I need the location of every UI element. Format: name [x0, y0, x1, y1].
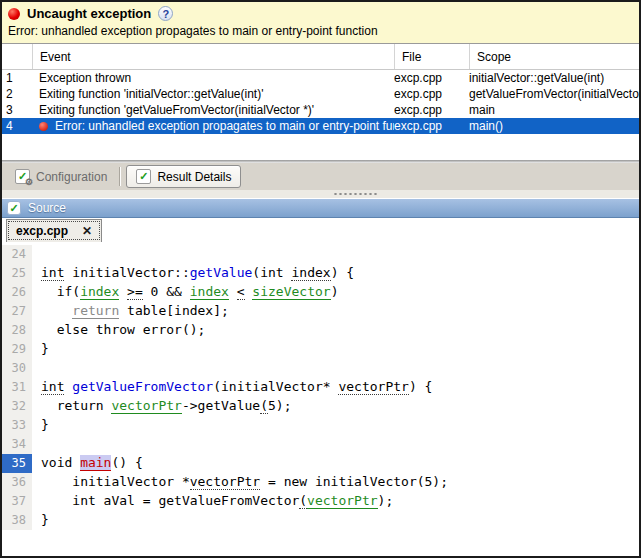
line-number[interactable]: 29 — [2, 340, 32, 359]
code-token: (int — [252, 265, 291, 280]
file-tab-excp-cpp[interactable]: excp.cpp ✕ — [6, 219, 102, 242]
line-number[interactable]: 31 — [2, 378, 32, 397]
code-link[interactable]: getValue — [190, 265, 253, 280]
code-token: vectorPtr — [338, 379, 408, 395]
source-panel-title: Source — [28, 201, 66, 215]
code-token: (initialVector* — [213, 379, 338, 394]
line-number[interactable]: 25 — [2, 264, 32, 283]
code-token: } — [41, 512, 49, 527]
code-text: return table[index]; — [32, 302, 229, 321]
code-token: return — [41, 398, 111, 413]
code-line: 29} — [2, 340, 639, 359]
code-text: initialVector *vectorPtr = new initialVe… — [32, 473, 448, 492]
row-number: 4 — [2, 119, 32, 133]
code-text: } — [32, 340, 49, 359]
row-file: excp.cpp — [394, 71, 469, 85]
code-token: table[index]; — [119, 303, 229, 318]
line-number[interactable]: 36 — [2, 473, 32, 492]
row-scope: main — [469, 103, 639, 117]
tab-separator — [119, 167, 120, 186]
header-event[interactable]: Event — [32, 44, 394, 69]
line-number[interactable]: 33 — [2, 416, 32, 435]
code-text: return vectorPtr->getValue(5); — [32, 397, 292, 416]
code-token: = new initialVector(5); — [260, 474, 448, 489]
code-line: 25int initialVector::getValue(int index)… — [2, 264, 639, 283]
line-number[interactable]: 27 — [2, 302, 32, 321]
row-number: 2 — [2, 87, 32, 101]
horizontal-splitter[interactable] — [2, 190, 639, 198]
header-file[interactable]: File — [394, 44, 469, 69]
code-link[interactable]: getValueFromVector — [72, 379, 213, 394]
line-number[interactable]: 37 — [2, 492, 32, 511]
result-subtitle: Error: unhandled exception propagates to… — [8, 24, 633, 38]
code-token: < — [237, 284, 245, 300]
tab-configuration-label: Configuration — [36, 170, 107, 184]
code-token: else throw error(); — [41, 322, 205, 337]
result-details-icon: ✓ — [136, 169, 151, 184]
code-line: 31int getValueFromVector(initialVector* … — [2, 378, 639, 397]
code-line: 33} — [2, 416, 639, 435]
line-number[interactable]: 35 — [2, 454, 32, 473]
file-tab-label: excp.cpp — [16, 224, 68, 238]
code-token: >= — [127, 284, 143, 300]
code-token: return — [72, 303, 119, 319]
tab-configuration[interactable]: ✓⚙ Configuration — [9, 166, 113, 187]
help-icon[interactable]: ? — [158, 6, 173, 21]
code-token: ) { — [409, 379, 432, 394]
code-text: else throw error(); — [32, 321, 205, 340]
line-number[interactable]: 30 — [2, 359, 32, 378]
code-token: void — [41, 455, 80, 470]
code-token: int — [41, 265, 64, 281]
code-token: ( — [299, 493, 307, 509]
code-text: } — [32, 511, 49, 530]
code-link[interactable]: vectorPtr — [111, 398, 181, 414]
code-token: int aVal = getValueFromVector — [41, 493, 299, 508]
configuration-icon: ✓⚙ — [15, 169, 30, 184]
code-token: ) { — [331, 265, 354, 280]
row-scope: initialVector::getValue(int) — [469, 71, 639, 85]
line-number[interactable]: 26 — [2, 283, 32, 302]
event-table-header: Event File Scope — [2, 44, 639, 70]
line-number[interactable]: 28 — [2, 321, 32, 340]
row-number: 1 — [2, 71, 32, 85]
tab-result-details[interactable]: ✓ Result Details — [126, 165, 241, 188]
code-link[interactable]: sizeVector — [252, 284, 330, 300]
row-file: excp.cpp — [394, 119, 469, 133]
code-token: initialVector * — [41, 474, 190, 489]
line-number[interactable]: 34 — [2, 435, 32, 454]
header-scope[interactable]: Scope — [469, 44, 639, 69]
row-scope: getValueFromVector(initialVector *) — [469, 87, 639, 101]
code-text — [32, 245, 41, 264]
error-dot-icon — [39, 122, 48, 131]
code-link[interactable]: index — [190, 284, 229, 300]
code-token: ); — [378, 493, 394, 508]
code-link[interactable]: vectorPtr — [307, 493, 377, 509]
code-line: 36 initialVector *vectorPtr = new initia… — [2, 473, 639, 492]
line-number[interactable]: 24 — [2, 245, 32, 264]
code-token: ) — [331, 284, 339, 299]
table-row[interactable]: 1Exception thrownexcp.cppinitialVector::… — [2, 70, 639, 86]
code-token: initialVector:: — [64, 265, 189, 280]
line-number[interactable]: 38 — [2, 511, 32, 530]
table-row[interactable]: 4Error: unhandled exception propagates t… — [2, 118, 639, 134]
code-line: 34 — [2, 435, 639, 454]
row-event: Error: unhandled exception propagates to… — [32, 119, 394, 133]
code-token — [229, 284, 237, 299]
code-line: 37 int aVal = getValueFromVector(vectorP… — [2, 492, 639, 511]
source-code-view[interactable]: 2425int initialVector::getValue(int inde… — [2, 242, 639, 556]
code-token: int — [41, 379, 64, 395]
code-text: int aVal = getValueFromVector(vectorPtr)… — [32, 492, 393, 511]
code-link[interactable]: main — [80, 455, 111, 471]
close-icon[interactable]: ✕ — [82, 224, 92, 238]
code-line: 28 else throw error(); — [2, 321, 639, 340]
result-title: Uncaught exception — [27, 6, 151, 21]
tab-result-details-label: Result Details — [157, 170, 231, 184]
table-row[interactable]: 3Exiting function 'getValueFromVector(in… — [2, 102, 639, 118]
line-number[interactable]: 32 — [2, 397, 32, 416]
table-row[interactable]: 2Exiting function 'initialVector::getVal… — [2, 86, 639, 102]
code-token: () { — [111, 455, 142, 470]
row-number: 3 — [2, 103, 32, 117]
code-link[interactable]: index — [80, 284, 119, 300]
bottom-tab-bar: ✓⚙ Configuration ✓ Result Details — [2, 163, 639, 190]
code-text: int initialVector::getValue(int index) { — [32, 264, 354, 283]
